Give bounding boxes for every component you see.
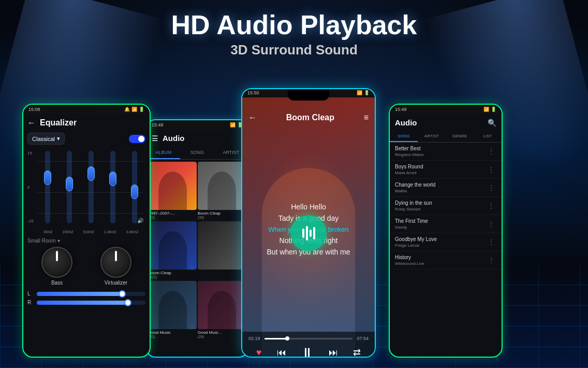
tab-genre[interactable]: GENRE: [446, 131, 474, 142]
song-info-3: Change the world BiaBia: [395, 182, 486, 193]
phone-notch: [288, 89, 329, 101]
eq-sliders-area: 15 0 -15: [27, 151, 145, 234]
album-thumb-1[interactable]: [149, 162, 197, 210]
song-more-6[interactable]: ⋮: [486, 237, 496, 247]
song-artist-1: Ringston Maker: [395, 152, 486, 157]
search-icon[interactable]: 🔍: [488, 119, 496, 127]
eq-thumb-3600hz[interactable]: [131, 185, 138, 199]
player-song-title: Boom Cleap: [286, 113, 334, 122]
eq-virtualizer-knob[interactable]: [100, 247, 131, 278]
eq-back-button[interactable]: ←: [27, 118, 36, 128]
song-more-7[interactable]: ⋮: [486, 256, 496, 265]
list-item: History Westsound Live ⋮: [390, 251, 502, 270]
more-icon-5[interactable]: ⋮: [189, 324, 195, 330]
album-thumb-3[interactable]: [149, 221, 197, 270]
album-name-2: Boom Cleap: [198, 211, 246, 216]
more-icon-3[interactable]: ⋮: [189, 265, 195, 271]
player-topbar: ← Boom Cleap ≡: [242, 97, 375, 126]
list-item: Good Musi... (28) ⋮: [198, 281, 246, 339]
audio-time: 15:49: [152, 122, 164, 128]
album-person-1: [158, 172, 187, 210]
eq-slider-230hz[interactable]: [67, 151, 72, 223]
song-artist-6: Fridge Lamar: [395, 243, 486, 248]
eq-thumb-230hz[interactable]: [66, 177, 73, 191]
eq-bass-knob[interactable]: [41, 247, 72, 278]
album-thumb-6[interactable]: [198, 281, 246, 329]
tab-list[interactable]: LIST: [474, 131, 502, 142]
album-name-6: Good Musi...: [198, 330, 246, 335]
list-item: The First Time Dandy ⋮: [390, 215, 502, 233]
eq-knobs-row: Bass Virtualizer: [27, 247, 145, 286]
phones-container: 15:08 🔔 📶 🔋 ← Equalizer Classical ▾: [22, 88, 566, 358]
hamburger-icon[interactable]: ☰: [152, 134, 158, 143]
favorite-button[interactable]: ♥: [256, 347, 262, 358]
player-screen: ← Boom Cleap ≡ Hello Hello Tady is a goo…: [242, 97, 375, 358]
eq-l-track[interactable]: [37, 292, 145, 296]
eq-slider-910hz[interactable]: [89, 151, 94, 223]
eq-preset-select[interactable]: Classical ▾: [27, 133, 65, 145]
song-more-3[interactable]: ⋮: [486, 183, 496, 192]
song-more-5[interactable]: ⋮: [486, 219, 496, 229]
album-info-4: [198, 270, 246, 272]
song-artist-3: BiaBia: [395, 189, 486, 193]
player-menu-icon[interactable]: ≡: [364, 113, 369, 122]
eq-thumb-60hz[interactable]: [44, 171, 51, 185]
eq-time: 15:08: [28, 107, 40, 112]
song-name-4: Dying in the sun: [395, 200, 486, 206]
album-info-6: Good Musi... (28): [198, 329, 246, 339]
eq-r-thumb[interactable]: [124, 299, 131, 306]
album-grid: 1997–2007–... (21) ⋮ Boom Cleap (30) ⋮: [146, 160, 248, 342]
album-thumb-2[interactable]: [198, 162, 246, 210]
list-item: Good Music (51) ⋮: [149, 281, 197, 339]
song-artist-5: Dandy: [395, 225, 486, 230]
song-info-6: Goodbye My Love Fridge Lamar: [395, 236, 486, 248]
eq-r-track[interactable]: [37, 301, 145, 305]
songs-list-phone: 15:49 📶 🔋 Audio 🔍 SONG ARTIST GENRE LIST: [389, 104, 503, 358]
eq-right-channel: R: [27, 300, 145, 305]
song-more-2[interactable]: ⋮: [486, 165, 496, 174]
eq-toggle[interactable]: [129, 135, 145, 143]
eq-slider-3600hz[interactable]: [132, 151, 137, 223]
album-count-3: (421): [149, 275, 197, 279]
album-person-2: [208, 172, 237, 210]
eq-preset-row: Classical ▾: [27, 133, 145, 145]
eq-slider-1400hz[interactable]: [110, 151, 115, 223]
album-thumb-4[interactable]: [198, 221, 246, 270]
eq-thumb-1400hz[interactable]: [109, 172, 116, 186]
list-item: Boys Round Maria Arred ⋮: [390, 161, 502, 179]
more-icon-1[interactable]: ⋮: [189, 205, 195, 211]
list-item: [198, 221, 246, 280]
progress-track[interactable]: [264, 338, 352, 339]
play-pause-button[interactable]: ⏸: [301, 345, 314, 358]
tab-album[interactable]: ALBUM: [146, 147, 180, 159]
next-button[interactable]: ⏭: [329, 347, 338, 358]
list-item: Change the world BiaBia ⋮: [390, 179, 502, 197]
album-thumb-5[interactable]: [149, 281, 197, 329]
audio-title: Audio: [163, 134, 185, 143]
album-person-6: [208, 291, 237, 329]
eq-overlay-button[interactable]: [290, 215, 327, 251]
song-more-4[interactable]: ⋮: [486, 201, 496, 210]
audio-topbar: ☰ Audio: [146, 130, 248, 147]
eq-status-bar: 15:08 🔔 📶 🔋: [23, 105, 150, 114]
song-more-1[interactable]: ⋮: [486, 147, 496, 156]
prev-button[interactable]: ⏮: [277, 347, 286, 358]
tab-song[interactable]: SONG: [180, 147, 214, 159]
player-back-button[interactable]: ←: [248, 113, 257, 122]
song-name-3: Change the world: [395, 182, 486, 188]
eq-title: Equalizer: [40, 118, 77, 128]
audio-tabs: ALBUM SONG ARTIST: [146, 147, 248, 160]
album-person-5: [158, 291, 187, 329]
album-info-3: Boom Cleap (421): [149, 270, 197, 280]
page-title: HD Audio Playback: [0, 10, 588, 40]
album-count-2: (30): [198, 216, 246, 219]
eq-r-label: R: [27, 300, 33, 305]
list-item: Dying in the sun Rokiy Stewart ⋮: [390, 197, 502, 215]
eq-thumb-910hz[interactable]: [87, 166, 95, 181]
eq-slider-60hz[interactable]: [45, 151, 50, 223]
eq-sliders: [39, 151, 143, 223]
eq-l-thumb[interactable]: [119, 290, 126, 298]
shuffle-button[interactable]: ⇄: [353, 347, 361, 358]
tab-artist[interactable]: ARTIST: [418, 131, 446, 142]
tab-song[interactable]: SONG: [390, 131, 418, 142]
